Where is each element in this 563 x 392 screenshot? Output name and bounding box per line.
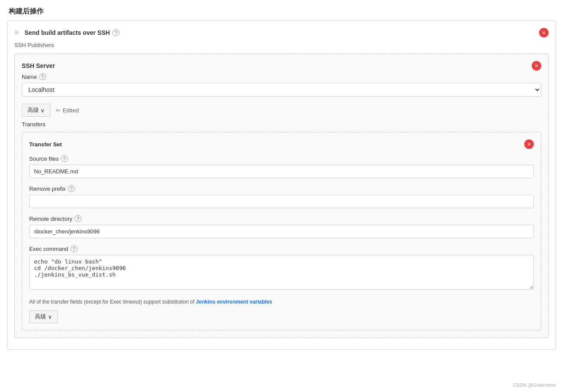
bottom-chevron-down-icon: ∨ — [48, 314, 52, 320]
exec-command-textarea[interactable] — [29, 255, 534, 290]
transfer-set-close-button[interactable]: × — [524, 139, 534, 149]
exec-command-group: Exec command ? — [29, 245, 534, 291]
remote-directory-help-icon[interactable]: ? — [74, 215, 81, 222]
transfer-set-box: Transfer Set × Source files ? Remove pre… — [22, 132, 541, 331]
name-label: Name ? — [22, 73, 541, 80]
transfers-label: Transfers — [22, 121, 541, 128]
remove-prefix-group: Remove prefix ? — [29, 185, 534, 208]
pencil-icon: ✏ — [56, 107, 61, 114]
remote-directory-label: Remote directory ? — [29, 215, 534, 222]
section-header: ≡ Send build artifacts over SSH ? × — [14, 28, 549, 37]
ssh-server-close-button[interactable]: × — [532, 61, 541, 71]
info-text: All of the transfer fields (except for E… — [29, 298, 534, 306]
main-panel: ≡ Send build artifacts over SSH ? × SSH … — [7, 20, 556, 350]
remote-directory-group: Remote directory ? — [29, 215, 534, 238]
ssh-server-label: SSH Server — [22, 62, 55, 69]
jenkins-env-vars-link[interactable]: Jenkins environment variables — [196, 299, 272, 305]
remote-directory-input[interactable] — [29, 225, 534, 238]
section-title: Send build artifacts over SSH — [24, 29, 110, 36]
chevron-down-icon: ∨ — [40, 107, 45, 114]
exec-command-label: Exec command ? — [29, 245, 534, 252]
section-help-icon[interactable]: ? — [112, 29, 119, 36]
remove-prefix-input[interactable] — [29, 195, 534, 208]
ssh-publishers-label: SSH Publishers — [14, 42, 549, 48]
transfer-set-title: Transfer Set — [29, 141, 62, 148]
ssh-server-header-row: SSH Server × — [22, 61, 541, 71]
section-close-button[interactable]: × — [539, 28, 549, 37]
page-title: 构建后操作 — [0, 0, 563, 20]
section-header-left: ≡ Send build artifacts over SSH ? — [14, 29, 119, 37]
ssh-server-box: SSH Server × Name ? Localhost 高级 ∨ ✏ Edi… — [14, 54, 549, 338]
edited-label: ✏ Edited — [56, 107, 79, 114]
remove-prefix-help-icon[interactable]: ? — [68, 185, 75, 192]
advanced-button[interactable]: 高级 ∨ — [22, 104, 51, 117]
source-files-input[interactable] — [29, 165, 534, 178]
bottom-advanced-button[interactable]: 高级 ∨ — [29, 310, 58, 323]
source-files-help-icon[interactable]: ? — [61, 155, 68, 162]
advanced-row: 高级 ∨ ✏ Edited — [22, 104, 541, 117]
name-dropdown[interactable]: Localhost — [22, 83, 541, 97]
transfer-set-header: Transfer Set × — [29, 139, 534, 149]
name-field-group: Name ? Localhost — [22, 73, 541, 97]
remove-prefix-label: Remove prefix ? — [29, 185, 534, 192]
exec-command-help-icon[interactable]: ? — [71, 245, 78, 252]
source-files-label: Source files ? — [29, 155, 534, 162]
source-files-group: Source files ? — [29, 155, 534, 178]
bottom-advanced-btn-label: 高级 — [35, 313, 46, 321]
drag-handle-icon[interactable]: ≡ — [14, 29, 18, 37]
name-help-icon[interactable]: ? — [39, 73, 46, 80]
bottom-advanced-row: 高级 ∨ — [29, 310, 534, 323]
advanced-btn-label: 高级 — [27, 106, 39, 114]
